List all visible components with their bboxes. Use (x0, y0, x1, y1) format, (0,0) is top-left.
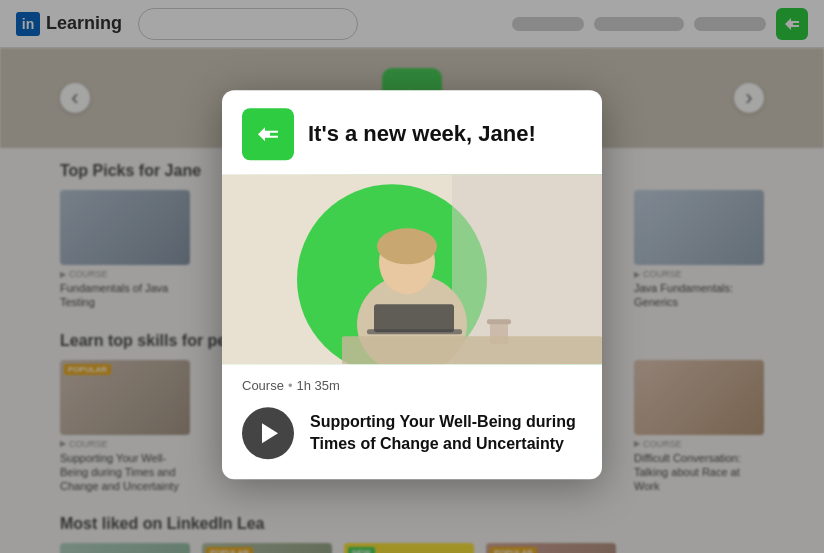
modal-meta: Course • 1h 35m (222, 364, 602, 393)
svg-rect-5 (452, 174, 602, 364)
modal-header: It's a new week, Jane! (222, 90, 602, 174)
course-type: Course (242, 378, 284, 393)
course-duration: 1h 35m (296, 378, 339, 393)
play-button[interactable] (242, 407, 294, 459)
svg-point-8 (377, 228, 437, 264)
play-icon (262, 423, 278, 443)
modal-course-title: Supporting Your Well-Being during Times … (310, 411, 582, 454)
modal-course-info: Supporting Your Well-Being during Times … (222, 393, 602, 479)
svg-rect-12 (487, 319, 511, 324)
modal-course-illustration (222, 174, 602, 364)
meta-separator: • (288, 378, 293, 393)
svg-rect-13 (342, 336, 602, 364)
flexis-icon-modal (249, 115, 287, 153)
modal-flexis-logo (242, 108, 294, 160)
svg-rect-10 (374, 304, 454, 332)
weekly-modal: It's a new week, Jane! (222, 90, 602, 479)
modal-greeting: It's a new week, Jane! (308, 121, 536, 147)
modal-course-image (222, 174, 602, 364)
